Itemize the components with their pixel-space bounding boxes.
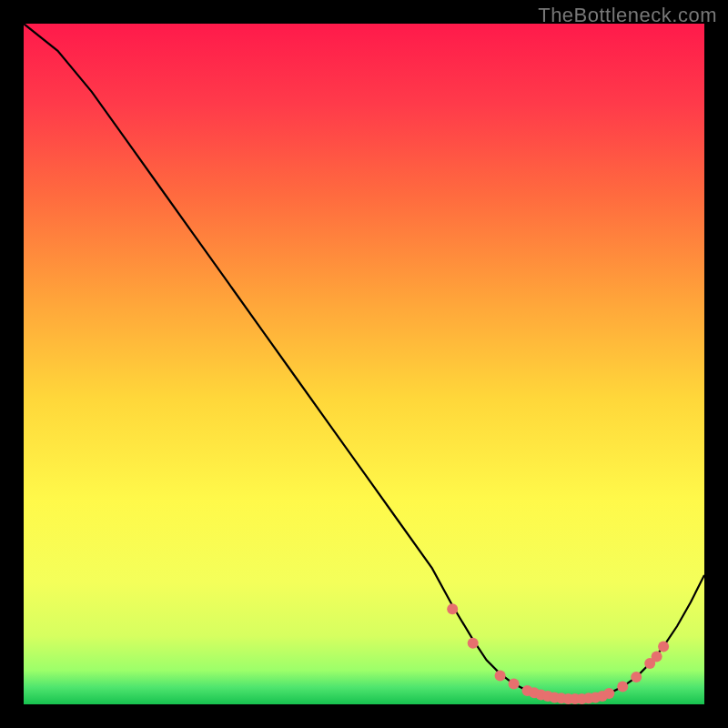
marker-point bbox=[617, 682, 628, 693]
marker-point bbox=[509, 679, 520, 690]
chart-svg bbox=[24, 24, 704, 704]
marker-point bbox=[631, 672, 642, 682]
gradient-background bbox=[24, 24, 704, 704]
chart-frame: TheBottleneck.com bbox=[0, 0, 728, 728]
marker-point bbox=[495, 671, 506, 682]
marker-point bbox=[447, 603, 458, 614]
marker-point bbox=[603, 688, 614, 699]
marker-point bbox=[652, 652, 662, 662]
marker-point bbox=[468, 638, 479, 649]
marker-point bbox=[658, 641, 669, 652]
plot-area bbox=[24, 24, 704, 704]
